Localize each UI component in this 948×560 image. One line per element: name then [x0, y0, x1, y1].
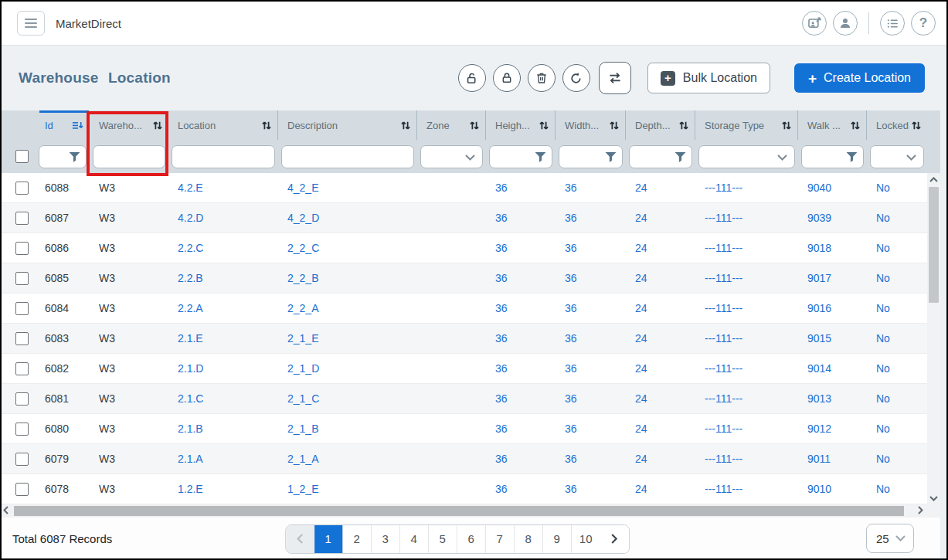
- cell-location[interactable]: 4.2.D: [178, 212, 203, 224]
- row-checkbox[interactable]: [15, 423, 29, 436]
- column-header-description[interactable]: Description: [278, 110, 417, 140]
- filter-input-height[interactable]: [489, 145, 552, 168]
- cell-location[interactable]: 2.2.A: [178, 302, 203, 314]
- sort-icon[interactable]: [539, 120, 549, 131]
- page-button-8[interactable]: 8: [515, 525, 543, 553]
- cell-walk[interactable]: 9018: [807, 242, 831, 254]
- hamburger-menu-button[interactable]: [17, 11, 45, 36]
- page-button-7[interactable]: 7: [486, 525, 515, 553]
- select-all-checkbox[interactable]: [15, 150, 29, 163]
- cell-width[interactable]: 36: [565, 362, 577, 375]
- cell-storage_type[interactable]: ---111---: [705, 212, 742, 224]
- filter-select-locked[interactable]: [870, 145, 924, 168]
- cell-depth[interactable]: 24: [635, 242, 647, 254]
- column-header-walk[interactable]: Walk ...: [798, 110, 867, 140]
- cell-height[interactable]: 36: [495, 483, 508, 495]
- filter-input-warehouse[interactable]: [93, 145, 165, 168]
- sort-icon[interactable]: [850, 120, 861, 131]
- page-button-5[interactable]: 5: [429, 525, 457, 553]
- cell-height[interactable]: 36: [495, 392, 508, 405]
- column-header-warehouse[interactable]: Wareho...: [90, 110, 168, 140]
- cell-depth[interactable]: 24: [635, 212, 647, 224]
- cell-locked[interactable]: No: [876, 483, 890, 495]
- cell-height[interactable]: 36: [495, 272, 508, 284]
- vertical-scrollbar[interactable]: [927, 173, 940, 504]
- column-header-zone[interactable]: Zone: [417, 110, 486, 140]
- cell-location[interactable]: 2.1.B: [178, 423, 203, 435]
- cell-locked[interactable]: No: [876, 332, 890, 344]
- cell-walk[interactable]: 9014: [807, 362, 831, 375]
- row-checkbox[interactable]: [15, 453, 29, 466]
- cell-locked[interactable]: No: [876, 212, 890, 224]
- cell-height[interactable]: 36: [495, 212, 508, 224]
- cell-walk[interactable]: 9011: [807, 453, 831, 465]
- cell-locked[interactable]: No: [876, 453, 890, 465]
- cell-location[interactable]: 2.1.D: [178, 362, 203, 375]
- row-checkbox[interactable]: [15, 212, 29, 225]
- cell-locked[interactable]: No: [876, 182, 890, 194]
- row-checkbox[interactable]: [15, 272, 29, 285]
- filter-funnel-icon[interactable]: [846, 151, 858, 163]
- cell-description[interactable]: 2_1_C: [287, 392, 319, 405]
- cell-storage_type[interactable]: ---111---: [705, 242, 742, 254]
- cell-walk[interactable]: 9039: [807, 212, 831, 224]
- row-checkbox[interactable]: [15, 483, 29, 496]
- cell-walk[interactable]: 9016: [807, 302, 831, 314]
- page-button-2[interactable]: 2: [343, 525, 372, 553]
- cell-locked[interactable]: No: [876, 242, 890, 254]
- cell-width[interactable]: 36: [565, 483, 577, 495]
- cell-description[interactable]: 1_2_E: [287, 483, 318, 495]
- row-checkbox[interactable]: [15, 302, 29, 315]
- cell-locked[interactable]: No: [876, 302, 890, 314]
- transfer-button[interactable]: [599, 62, 631, 94]
- row-checkbox[interactable]: [15, 242, 29, 255]
- filter-input-location[interactable]: [172, 145, 275, 168]
- cell-walk[interactable]: 9015: [807, 332, 831, 344]
- cell-depth[interactable]: 24: [635, 302, 647, 314]
- column-header-width[interactable]: Width...: [556, 110, 626, 140]
- sort-desc-icon[interactable]: [72, 120, 84, 131]
- next-page-button[interactable]: [600, 525, 629, 553]
- scroll-up-icon[interactable]: [927, 173, 940, 185]
- cell-height[interactable]: 36: [495, 242, 508, 254]
- cell-width[interactable]: 36: [565, 453, 577, 465]
- screen-share-button[interactable]: [802, 11, 827, 36]
- cell-location[interactable]: 2.1.E: [178, 332, 203, 344]
- bulk-location-button[interactable]: + Bulk Location: [647, 63, 770, 93]
- filter-input-width[interactable]: [559, 145, 623, 168]
- help-button[interactable]: ?: [911, 11, 936, 36]
- cell-description[interactable]: 2_2_B: [287, 272, 318, 284]
- cell-depth[interactable]: 24: [635, 182, 647, 194]
- delete-button[interactable]: [528, 64, 556, 92]
- cell-height[interactable]: 36: [495, 332, 508, 344]
- user-account-button[interactable]: [833, 11, 858, 36]
- filter-funnel-icon[interactable]: [69, 151, 80, 163]
- cell-depth[interactable]: 24: [635, 392, 647, 405]
- scroll-left-icon[interactable]: [3, 506, 8, 514]
- cell-height[interactable]: 36: [495, 423, 508, 435]
- filter-input-description[interactable]: [281, 145, 414, 168]
- cell-description[interactable]: 4_2_D: [287, 212, 319, 224]
- cell-description[interactable]: 2_2_A: [287, 302, 318, 314]
- sort-icon[interactable]: [678, 120, 689, 131]
- scroll-down-icon[interactable]: [927, 492, 940, 504]
- cell-depth[interactable]: 24: [635, 483, 647, 495]
- cell-description[interactable]: 2_1_A: [287, 453, 318, 465]
- cell-depth[interactable]: 24: [635, 332, 647, 344]
- create-location-button[interactable]: + Create Location: [794, 63, 925, 93]
- filter-input-id[interactable]: [39, 145, 87, 168]
- cell-walk[interactable]: 9010: [807, 483, 831, 495]
- sort-icon[interactable]: [911, 120, 922, 131]
- list-menu-button[interactable]: [880, 11, 905, 36]
- cell-storage_type[interactable]: ---111---: [705, 182, 742, 194]
- lock-button[interactable]: [493, 64, 521, 92]
- page-button-1[interactable]: 1: [314, 525, 343, 553]
- cell-location[interactable]: 1.2.E: [178, 483, 203, 495]
- filter-funnel-icon[interactable]: [605, 151, 617, 163]
- horizontal-scrollbar[interactable]: [2, 504, 940, 518]
- cell-walk[interactable]: 9040: [807, 182, 831, 194]
- cell-height[interactable]: 36: [495, 362, 508, 375]
- cell-locked[interactable]: No: [876, 362, 890, 375]
- column-header-depth[interactable]: Depth...: [626, 110, 695, 140]
- horizontal-scrollbar-thumb[interactable]: [14, 506, 904, 516]
